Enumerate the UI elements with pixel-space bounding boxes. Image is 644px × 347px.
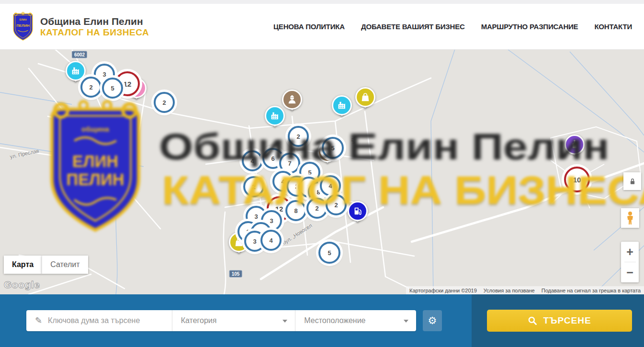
page: ЕЛИН ПЕЛИН Община Елин Пелин КАТАЛОГ НА …	[0, 0, 644, 347]
search-icon	[528, 316, 537, 325]
zoom-out-button[interactable]: −	[621, 262, 639, 282]
map-type-map-button[interactable]: Карта	[4, 256, 42, 274]
map-pin-fuel[interactable]	[348, 201, 367, 228]
site-title-line1: Община Елин Пелин	[40, 16, 149, 27]
pencil-icon: ✎	[35, 315, 42, 326]
cluster-marker[interactable]: 4	[242, 150, 263, 171]
search-button[interactable]: ТЪРСЕНЕ	[487, 310, 632, 332]
map-pin-worker[interactable]	[282, 90, 302, 116]
pegman-icon	[625, 211, 635, 225]
gear-icon: ⚙	[428, 315, 437, 326]
nav-item-0[interactable]: ЦЕНОВА ПОЛИТИКА	[273, 22, 345, 31]
zoom-control: + −	[621, 242, 639, 282]
search-bar: ✎ Категория Местоположение ⚙	[0, 294, 644, 347]
keyword-section: ✎	[26, 310, 172, 331]
coat-of-arms-icon: ЕЛИН ПЕЛИН	[11, 11, 34, 42]
search-bar-right: ТЪРСЕНЕ	[472, 294, 644, 347]
location-select[interactable]: Местоположение	[295, 310, 416, 331]
pin-head	[355, 87, 375, 107]
pin-head	[348, 201, 368, 221]
zoom-in-button[interactable]: +	[621, 242, 639, 262]
attribution-link[interactable]: Подаване на сигнал за грешка в картата	[538, 288, 644, 293]
google-logo[interactable]: Google	[4, 279, 40, 291]
pin-head	[265, 106, 285, 126]
map-pin-bag[interactable]	[356, 87, 375, 114]
top-strip	[0, 0, 644, 4]
site-logo[interactable]: ЕЛИН ПЕЛИН	[11, 11, 34, 42]
cluster-marker[interactable]: 10	[564, 167, 590, 192]
category-select[interactable]: Категория	[172, 310, 296, 331]
pin-head	[565, 134, 585, 155]
cluster-marker[interactable]: 5	[102, 78, 123, 99]
cluster-marker[interactable]: 2	[243, 176, 264, 197]
lock-icon	[628, 177, 637, 186]
category-select-label: Категория	[181, 316, 217, 325]
cluster-marker[interactable]: 2	[154, 92, 175, 113]
attribution-link[interactable]: Условия за ползване	[480, 288, 538, 293]
keyword-input[interactable]	[47, 316, 172, 325]
location-select-label: Местоположение	[304, 316, 365, 325]
cluster-marker[interactable]: 4	[320, 175, 341, 196]
cluster-marker[interactable]: 8	[285, 200, 306, 221]
search-group: ✎ Категория Местоположение	[26, 310, 416, 331]
site-title-line2: КАТАЛОГ НА БИЗНЕСА	[40, 27, 149, 38]
nav-item-2[interactable]: МАРШРУТНО РАЗПИСАНИЕ	[481, 22, 578, 31]
header: ЕЛИН ПЕЛИН Община Елин Пелин КАТАЛОГ НА …	[0, 4, 644, 50]
site-title: Община Елин Пелин КАТАЛОГ НА БИЗНЕСА	[40, 16, 149, 38]
cluster-marker[interactable]: 2	[326, 194, 347, 215]
cluster-marker[interactable]: 5	[322, 137, 344, 159]
map-data-notice: Картографски данни ©2019	[406, 288, 480, 293]
chevron-down-icon	[404, 320, 408, 323]
map-pin-church[interactable]	[565, 134, 584, 161]
pin-head	[332, 95, 352, 115]
nav-item-3[interactable]: КОНТАКТИ	[594, 22, 632, 31]
cluster-marker[interactable]: 5	[318, 242, 340, 264]
cluster-marker[interactable]: 4	[260, 230, 282, 251]
map-type-satellite-button[interactable]: Сателит	[42, 256, 88, 274]
pegman-button[interactable]	[621, 208, 639, 228]
map-pin-factory[interactable]	[332, 95, 351, 122]
pin-head	[282, 90, 302, 110]
lock-button[interactable]	[623, 172, 641, 190]
cluster-marker[interactable]: 2	[288, 126, 309, 147]
pin-head	[66, 61, 86, 81]
main-nav: ЦЕНОВА ПОЛИТИКАДОБАВЕТЕ ВАШИЯТ БИЗНЕСМАР…	[273, 22, 632, 31]
svg-text:ЕЛИН: ЕЛИН	[19, 18, 26, 21]
chevron-down-icon	[282, 320, 287, 323]
cluster-marker[interactable]: 2	[80, 77, 102, 98]
cluster-marker[interactable]: 2	[306, 198, 328, 219]
map-attribution: Картографски данни ©2019Условия за ползв…	[406, 286, 644, 294]
nav-item-1[interactable]: ДОБАВЕТЕ ВАШИЯТ БИЗНЕС	[361, 22, 465, 31]
map-pin-factory[interactable]	[265, 106, 284, 133]
search-bar-left: ✎ Категория Местоположение ⚙	[0, 294, 472, 347]
svg-text:ПЕЛИН: ПЕЛИН	[16, 23, 30, 28]
map-type-control: Карта Сателит	[4, 256, 88, 274]
map-markers: 12325225467542278412822333834510	[0, 49, 644, 294]
map-canvas[interactable]: ул. Преславбул. „Новоселци 6002105	[0, 49, 644, 294]
search-button-label: ТЪРСЕНЕ	[543, 315, 591, 326]
advanced-settings-button[interactable]: ⚙	[423, 310, 442, 331]
